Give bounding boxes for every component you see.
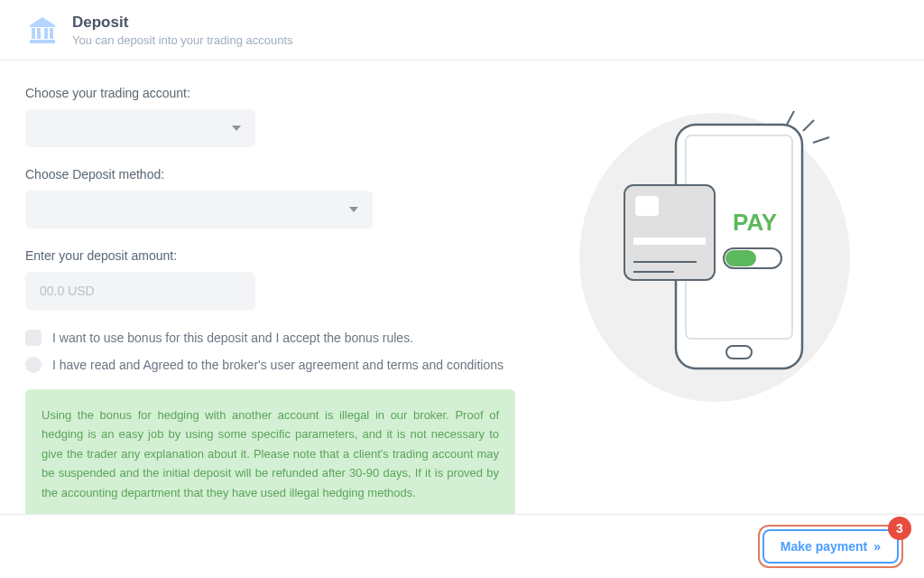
pay-text: PAY	[733, 209, 777, 236]
svg-rect-1	[37, 28, 41, 39]
svg-line-8	[813, 137, 829, 143]
payment-illustration: PAY	[561, 95, 868, 402]
page-header: Deposit You can deposit into your tradin…	[0, 0, 924, 61]
method-label: Choose Deposit method:	[25, 167, 531, 182]
bonus-checkbox[interactable]	[25, 330, 42, 346]
amount-label: Enter your deposit amount:	[25, 248, 531, 263]
bank-icon	[25, 13, 60, 47]
make-payment-button[interactable]: Make payment »	[762, 529, 899, 564]
svg-rect-2	[44, 28, 48, 39]
make-payment-label: Make payment	[781, 539, 867, 554]
svg-line-6	[787, 111, 794, 125]
svg-rect-3	[50, 28, 53, 39]
svg-line-7	[803, 120, 814, 131]
step-badge: 3	[888, 517, 911, 540]
account-label: Choose your trading account:	[25, 86, 531, 100]
amount-input[interactable]	[25, 272, 255, 310]
svg-rect-18	[725, 250, 756, 266]
terms-checkbox[interactable]	[25, 357, 42, 373]
hedging-notice: Using the bonus for hedging with another…	[25, 389, 515, 518]
chevron-down-icon	[349, 207, 358, 212]
page-subtitle: You can deposit into your trading accoun…	[72, 33, 293, 47]
page-title: Deposit	[72, 14, 293, 32]
page-footer: Make payment » 3	[0, 514, 924, 578]
bonus-checkbox-label: I want to use bonus for this deposit and…	[52, 331, 413, 345]
chevron-down-icon	[232, 126, 241, 131]
svg-rect-14	[633, 238, 706, 245]
terms-checkbox-label: I have read and Agreed to the broker's u…	[52, 358, 504, 372]
double-arrow-icon: »	[873, 539, 881, 554]
svg-rect-4	[30, 40, 55, 43]
method-select[interactable]	[25, 191, 373, 228]
account-select[interactable]	[25, 109, 255, 147]
svg-rect-13	[635, 196, 659, 216]
svg-rect-0	[32, 28, 35, 39]
notice-text: Using the bonus for hedging with another…	[42, 406, 499, 502]
